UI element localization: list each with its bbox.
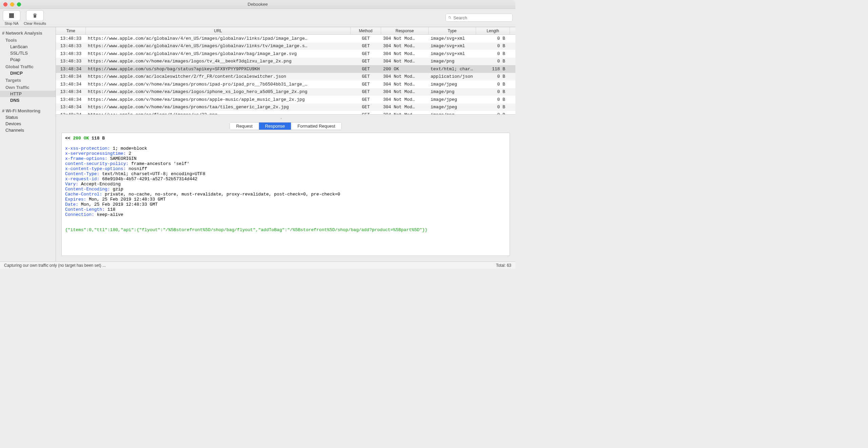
cell-c-len: 0 B	[476, 74, 510, 79]
segmented-control: Request Response Formatted Request	[230, 122, 341, 130]
cell-c-time: 13:48:33	[56, 51, 86, 56]
cell-c-time: 13:48:33	[56, 43, 86, 49]
cell-c-method: GET	[351, 59, 381, 64]
cell-c-type: image/png	[429, 89, 476, 94]
table-row[interactable]: 13:48:34https://www.apple.com/ac/flags/1…	[56, 111, 515, 114]
cell-c-type: image/svg+xml	[429, 51, 476, 56]
tab-formatted-request[interactable]: Formatted Request	[291, 123, 341, 130]
search-field-wrap[interactable]	[446, 14, 513, 22]
cell-c-len: 0 B	[476, 36, 510, 41]
cell-c-method: GET	[351, 89, 381, 94]
cell-c-len: 0 B	[476, 97, 510, 102]
stop-na-label: Stop NA	[5, 21, 19, 25]
table-row[interactable]: 13:48:34https://www.apple.com/v/home/ea/…	[56, 80, 515, 88]
table-row[interactable]: 13:48:33https://www.apple.com/ac/globaln…	[56, 35, 515, 42]
sidebar-item-own-1[interactable]: DNS	[0, 97, 56, 104]
cell-c-time: 13:48:34	[56, 67, 86, 72]
th-type[interactable]: Type	[429, 27, 476, 34]
sidebar-item-tools-0[interactable]: LanScan	[0, 43, 56, 50]
cell-c-method: GET	[351, 74, 381, 79]
sidebar-group-targets: Targets	[0, 76, 56, 83]
cell-c-time: 13:48:33	[56, 36, 86, 41]
th-response[interactable]: Response	[381, 27, 429, 34]
cell-c-resp: 304 Not Mod…	[381, 43, 429, 49]
cell-c-url: https://www.apple.com/v/home/ea/images/p…	[86, 105, 351, 110]
cell-c-url: https://www.apple.com/ac/flags/1/images/…	[86, 112, 351, 114]
http-table: Time URL Method Response Type Length 13:…	[56, 27, 515, 115]
table-row[interactable]: 13:48:33https://www.apple.com/ac/globaln…	[56, 42, 515, 50]
cell-c-type: image/jpeg	[429, 97, 476, 102]
detail-tabs: Request Response Formatted Request	[56, 117, 515, 133]
table-row[interactable]: 13:48:34https://www.apple.com/us/shop/ba…	[56, 65, 515, 73]
sidebar-group-global: Global Traffic	[0, 63, 56, 70]
window-title: Debookee	[0, 2, 515, 7]
cell-c-len: 0 B	[476, 43, 510, 49]
th-url[interactable]: URL	[86, 27, 351, 34]
sidebar-item-wifi-0[interactable]: Status	[0, 114, 56, 120]
titlebar: Debookee	[0, 0, 515, 9]
status-left: Capturing our own traffic only (no targe…	[4, 263, 106, 268]
statusbar: Capturing our own traffic only (no targe…	[0, 261, 515, 269]
tab-request[interactable]: Request	[230, 123, 259, 130]
sidebar-item-wifi-1[interactable]: Devices	[0, 120, 56, 127]
cell-c-time: 13:48:34	[56, 82, 86, 87]
cell-c-method: GET	[351, 97, 381, 102]
split-handle[interactable]	[56, 115, 515, 117]
cell-c-resp: 304 Not Mod…	[381, 74, 429, 79]
cell-c-resp: 304 Not Mod…	[381, 59, 429, 64]
clear-results-button[interactable]	[26, 10, 44, 21]
th-method[interactable]: Method	[351, 27, 381, 34]
cell-c-len: 0 B	[476, 82, 510, 87]
sidebar-section-network: # Network Analysis	[0, 29, 56, 36]
cell-c-method: GET	[351, 36, 381, 41]
stop-na-button[interactable]	[3, 10, 20, 21]
cell-c-time: 13:48:34	[56, 112, 86, 114]
cell-c-url: https://www.apple.com/v/home/ea/images/l…	[86, 89, 351, 94]
table-row[interactable]: 13:48:34https://www.apple.com/v/home/ea/…	[56, 96, 515, 104]
search-icon	[448, 16, 452, 20]
cell-c-url: https://www.apple.com/ac/globalnav/4/en_…	[86, 36, 351, 41]
table-row[interactable]: 13:48:33https://www.apple.com/v/home/ea/…	[56, 58, 515, 66]
detail-pane[interactable]: << 200 OK 118 B x-xss-protection: 1; mod…	[61, 133, 510, 256]
sidebar-item-own-0[interactable]: HTTP	[0, 91, 56, 97]
cell-c-len: 0 B	[476, 51, 510, 56]
sidebar-item-tools-2[interactable]: Pcap	[0, 56, 56, 63]
cell-c-url: https://www.apple.com/v/home/ea/images/p…	[86, 82, 351, 87]
sidebar-item-tools-1[interactable]: SSL/TLS	[0, 50, 56, 56]
cell-c-type: image/png	[429, 112, 476, 114]
stop-icon	[9, 13, 14, 18]
cell-c-type: image/png	[429, 59, 476, 64]
clear-results-label: Clear Results	[24, 21, 46, 25]
cell-c-resp: 304 Not Mod…	[381, 105, 429, 110]
cell-c-url: https://www.apple.com/ac/globalnav/4/en_…	[86, 43, 351, 49]
cell-c-url: https://www.apple.com/v/home/ea/images/l…	[86, 59, 351, 64]
cell-c-url: https://www.apple.com/ac/localeswitcher/…	[86, 74, 351, 79]
cell-c-type: text/html; char…	[429, 67, 476, 72]
th-time[interactable]: Time	[56, 27, 86, 34]
cell-c-resp: 304 Not Mod…	[381, 51, 429, 56]
sidebar-group-own: Own Traffic	[0, 83, 56, 91]
table-row[interactable]: 13:48:34https://www.apple.com/v/home/ea/…	[56, 88, 515, 96]
tab-response[interactable]: Response	[259, 123, 292, 130]
th-length[interactable]: Length	[476, 27, 510, 34]
stop-na-tool: Stop NA	[3, 10, 20, 25]
app-window: Debookee Stop NA Clear Results # Network…	[0, 0, 515, 269]
cell-c-time: 13:48:34	[56, 97, 86, 102]
cell-c-type: image/jpeg	[429, 82, 476, 87]
table-row[interactable]: 13:48:34https://www.apple.com/ac/locales…	[56, 73, 515, 81]
cell-c-type: image/svg+xml	[429, 36, 476, 41]
sidebar-item-wifi-2[interactable]: Channels	[0, 127, 56, 133]
clear-results-tool: Clear Results	[24, 10, 46, 25]
table-row[interactable]: 13:48:33https://www.apple.com/ac/globaln…	[56, 50, 515, 58]
sidebar-item-global-0[interactable]: DHCP	[0, 70, 56, 76]
th-scroll	[510, 27, 515, 34]
table-row[interactable]: 13:48:34https://www.apple.com/v/home/ea/…	[56, 104, 515, 111]
trash-icon	[32, 13, 38, 19]
cell-c-resp: 304 Not Mod…	[381, 82, 429, 87]
cell-c-resp: 304 Not Mod…	[381, 112, 429, 114]
cell-c-type: application/json	[429, 74, 476, 79]
cell-c-method: GET	[351, 51, 381, 56]
table-body[interactable]: 13:48:33https://www.apple.com/ac/globaln…	[56, 35, 515, 114]
search-input[interactable]	[453, 15, 510, 20]
content: Time URL Method Response Type Length 13:…	[56, 27, 515, 261]
